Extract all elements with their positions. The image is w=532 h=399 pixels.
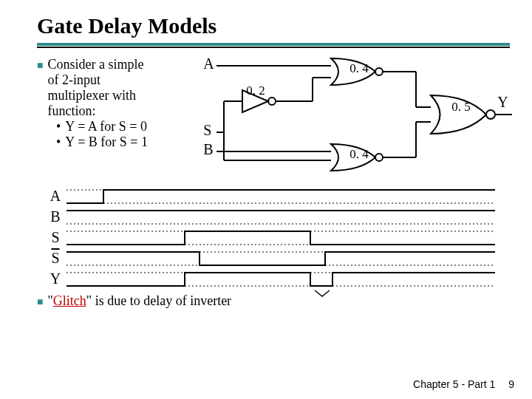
sub2: Y = B for S = 1 bbox=[65, 134, 148, 150]
line3: multiplexer with bbox=[47, 88, 135, 103]
timing-row-Sbar: S bbox=[44, 248, 510, 268]
label-Y: Y bbox=[497, 94, 508, 111]
timing-label-B: B bbox=[44, 208, 66, 225]
footer-chapter: Chapter 5 - Part 1 bbox=[413, 378, 495, 390]
svg-point-11 bbox=[375, 154, 383, 161]
label-S: S bbox=[203, 122, 211, 139]
label-B: B bbox=[203, 141, 213, 158]
bullet-text: ■ Consider a simple of 2-input multiplex… bbox=[37, 57, 202, 183]
timing-row-S: S bbox=[44, 227, 510, 248]
sub1: Y = A for S = 0 bbox=[65, 119, 147, 134]
line4: function: bbox=[47, 103, 95, 118]
slide-title: Gate Delay Models bbox=[37, 13, 510, 38]
timing-label-S: S bbox=[44, 229, 66, 246]
line2: of 2-input bbox=[47, 72, 100, 87]
sub-bullet-icon: • bbox=[56, 119, 61, 134]
footer-page: 9 bbox=[508, 378, 514, 390]
delay-nor3: 0. 5 bbox=[451, 100, 471, 115]
timing-label-Sbar: S bbox=[44, 250, 66, 267]
bullet-square-icon: ■ bbox=[37, 296, 43, 309]
divider-teal bbox=[37, 43, 510, 46]
timing-row-A: A bbox=[44, 185, 510, 206]
bullet-square-icon: ■ bbox=[37, 60, 43, 119]
divider-black bbox=[37, 47, 510, 48]
quote-pre: " bbox=[47, 293, 52, 308]
circuit-diagram: A S B Y 0. 2 0. 4 0. 4 0. 5 bbox=[202, 57, 510, 183]
timing-label-Y: Y bbox=[44, 270, 66, 287]
line1: Consider a simple bbox=[47, 57, 143, 72]
svg-point-18 bbox=[486, 110, 495, 119]
timing-row-B: B bbox=[44, 206, 510, 227]
footer: Chapter 5 - Part 1 9 bbox=[413, 378, 514, 390]
label-A: A bbox=[203, 55, 214, 72]
timing-row-Y: Y bbox=[44, 268, 510, 289]
delay-nor1: 0. 4 bbox=[349, 61, 369, 76]
delay-nor2: 0. 4 bbox=[349, 147, 369, 162]
svg-point-10 bbox=[375, 68, 383, 75]
sub-bullet-icon: • bbox=[56, 134, 61, 150]
delay-inverter: 0. 2 bbox=[246, 83, 265, 98]
timing-label-A: A bbox=[44, 188, 66, 205]
